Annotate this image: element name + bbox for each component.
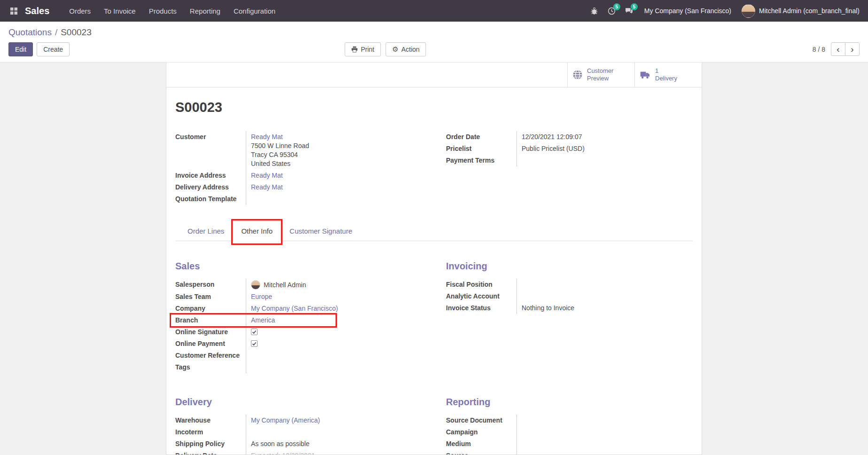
field-salesperson: Salesperson Mitchell Admin <box>175 279 420 291</box>
warehouse-link[interactable]: My Company (America) <box>251 416 320 424</box>
customer-city: Tracy CA 95304 <box>251 150 420 159</box>
medium-value[interactable] <box>516 438 690 450</box>
incoterm-value[interactable] <box>246 426 420 438</box>
menu-orders[interactable]: Orders <box>63 0 97 22</box>
other-info-tab-content: Sales Salesperson Mitchell Admin Sales T… <box>166 241 702 455</box>
chevron-left-icon: ‹ <box>837 44 839 55</box>
field-source-document: Source Document <box>446 415 690 426</box>
breadcrumb-separator: / <box>55 27 57 37</box>
tab-customer-signature[interactable]: Customer Signature <box>281 221 360 241</box>
customer-link[interactable]: Ready Mat <box>251 133 283 141</box>
tab-other-info[interactable]: Other Info <box>233 221 281 241</box>
apps-menu-icon[interactable] <box>8 8 19 15</box>
quotation-template-value[interactable] <box>246 193 420 205</box>
field-sales-team: Sales Team Europe <box>175 291 420 303</box>
invoice-address-link[interactable]: Ready Mat <box>251 172 283 179</box>
record-title: S00023 <box>175 100 702 115</box>
shipping-policy-value: As soon as possible <box>246 438 420 450</box>
menu-to-invoice[interactable]: To Invoice <box>97 0 142 22</box>
delivery-label: Delivery <box>655 75 677 82</box>
company-link[interactable]: My Company (San Francisco) <box>251 305 338 312</box>
print-button[interactable]: Print <box>345 42 381 56</box>
edit-button[interactable]: Edit <box>8 42 33 56</box>
create-button[interactable]: Create <box>37 42 70 56</box>
activities-badge: 5 <box>613 3 620 10</box>
truck-icon <box>640 71 651 79</box>
order-date-value: 12/20/2021 12:09:07 <box>516 131 690 143</box>
campaign-value[interactable] <box>516 426 690 438</box>
breadcrumb-current: S00023 <box>61 27 92 37</box>
delivery-stat-button[interactable]: 1 Delivery <box>634 63 702 87</box>
field-payment-terms: Payment Terms <box>446 155 690 166</box>
field-incoterm: Incoterm <box>175 426 420 438</box>
field-warehouse: Warehouse My Company (America) <box>175 415 420 426</box>
field-customer: Customer Ready Mat 7500 W Linne Road Tra… <box>175 131 420 170</box>
user-name: Mitchell Admin (com_branch_final) <box>759 7 860 15</box>
customer-street: 7500 W Linne Road <box>251 141 420 150</box>
customer-preview-button[interactable]: Customer Preview <box>567 63 634 87</box>
field-delivery-date: Delivery Date Expected: 12/20/2021 <box>175 450 420 455</box>
action-button[interactable]: ⚙ Action <box>385 42 426 56</box>
debug-bug-icon[interactable] <box>589 6 599 16</box>
content-area: Customer Preview 1 Delivery <box>0 63 868 455</box>
notebook-tabs: Order Lines Other Info Customer Signatur… <box>175 221 693 241</box>
breadcrumb: Quotations/S00023 <box>8 27 860 38</box>
navbar-systray: 5 5 My Company (San Francisco) Mitchell … <box>589 4 860 18</box>
globe-icon <box>572 70 583 80</box>
payment-terms-value[interactable] <box>516 155 690 166</box>
field-quotation-template: Quotation Template <box>175 193 420 205</box>
activities-clock-icon[interactable]: 5 <box>607 6 617 16</box>
section-title-invoicing: Invoicing <box>446 261 690 272</box>
menu-configuration[interactable]: Configuration <box>227 0 282 22</box>
menu-products[interactable]: Products <box>142 0 183 22</box>
pager-previous-button[interactable]: ‹ <box>831 42 845 56</box>
field-analytic-account: Analytic Account <box>446 290 690 302</box>
chevron-right-icon: › <box>851 44 853 55</box>
messages-chat-icon[interactable]: 5 <box>624 6 634 16</box>
field-online-payment: Online Payment <box>175 338 420 350</box>
branch-link[interactable]: America <box>251 316 275 324</box>
field-medium: Medium <box>446 438 690 450</box>
customer-preview-label-line1: Customer <box>587 67 613 74</box>
customer-country: United States <box>251 159 420 168</box>
field-shipping-policy: Shipping Policy As soon as possible <box>175 438 420 450</box>
salesperson-avatar <box>251 280 260 290</box>
section-title-sales: Sales <box>175 261 420 272</box>
online-payment-checkbox[interactable] <box>251 340 258 347</box>
header-field-groups: Customer Ready Mat 7500 W Linne Road Tra… <box>166 131 702 205</box>
tags-value[interactable] <box>246 361 420 373</box>
customer-reference-value[interactable] <box>246 350 420 361</box>
delivery-address-link[interactable]: Ready Mat <box>251 183 283 191</box>
user-menu[interactable]: Mitchell Admin (com_branch_final) <box>742 4 860 18</box>
sales-team-link[interactable]: Europe <box>251 293 272 300</box>
customer-preview-label-line2: Preview <box>587 75 609 82</box>
field-company: Company My Company (San Francisco) <box>175 303 420 314</box>
field-tags: Tags <box>175 361 420 373</box>
analytic-account-value[interactable] <box>516 290 690 302</box>
source-value[interactable] <box>516 450 690 455</box>
breadcrumb-quotations[interactable]: Quotations <box>8 27 52 37</box>
user-avatar <box>742 4 755 18</box>
pager-next-button[interactable]: › <box>845 42 860 56</box>
field-pricelist: Pricelist Public Pricelist (USD) <box>446 143 690 155</box>
delivery-date-value: Expected: 12/20/2021 <box>246 450 420 455</box>
field-invoice-address: Invoice Address Ready Mat <box>175 170 420 181</box>
field-online-signature: Online Signature <box>175 326 420 338</box>
form-sheet: Customer Preview 1 Delivery <box>166 63 702 455</box>
field-branch: Branch America <box>175 314 420 326</box>
delivery-count: 1 <box>655 67 658 74</box>
menu-reporting[interactable]: Reporting <box>183 0 227 22</box>
fiscal-position-value[interactable] <box>516 279 690 290</box>
field-invoice-status: Invoice Status Nothing to Invoice <box>446 302 690 314</box>
online-signature-checkbox[interactable] <box>251 329 258 335</box>
app-menu: Orders To Invoice Products Reporting Con… <box>63 0 282 22</box>
app-name[interactable]: Sales <box>25 6 49 16</box>
section-title-reporting: Reporting <box>446 397 690 408</box>
company-switcher[interactable]: My Company (San Francisco) <box>641 7 734 15</box>
tab-order-lines[interactable]: Order Lines <box>179 221 233 241</box>
top-navbar: Sales Orders To Invoice Products Reporti… <box>0 0 868 22</box>
field-fiscal-position: Fiscal Position <box>446 279 690 290</box>
section-title-delivery: Delivery <box>175 397 420 408</box>
messages-badge: 5 <box>631 3 638 10</box>
source-document-value[interactable] <box>516 415 690 426</box>
